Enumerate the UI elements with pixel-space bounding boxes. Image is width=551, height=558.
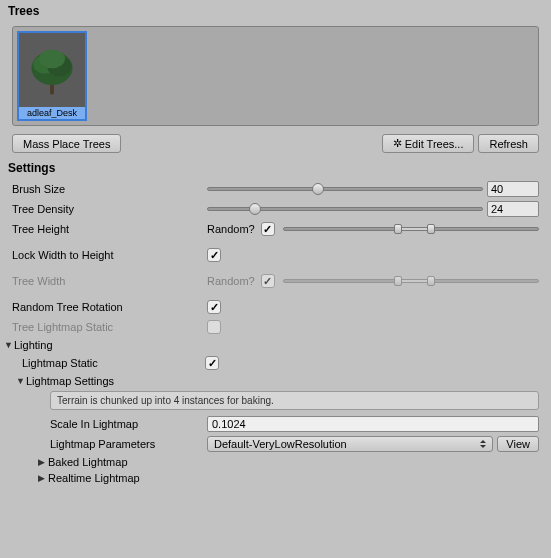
lighting-foldout[interactable]: ▼ Lighting: [0, 337, 551, 353]
baked-lightmap-foldout[interactable]: ▶ Baked Lightmap: [0, 454, 551, 470]
foldout-arrow-down-icon: ▼: [16, 376, 26, 386]
tree-thumb-selected[interactable]: adleaf_Desk: [17, 31, 87, 121]
baked-lightmap-label: Baked Lightmap: [48, 456, 128, 468]
tree-density-field[interactable]: [487, 201, 539, 217]
tree-palette[interactable]: adleaf_Desk: [12, 26, 539, 126]
random-rotation-label: Random Tree Rotation: [12, 301, 207, 313]
tree-height-range-slider[interactable]: [283, 227, 539, 231]
brush-size-slider[interactable]: [207, 187, 483, 191]
realtime-lightmap-label: Realtime Lightmap: [48, 472, 140, 484]
gear-icon: ✲: [393, 137, 402, 150]
lightmap-settings-header: Lightmap Settings: [26, 375, 114, 387]
tree-density-slider[interactable]: [207, 207, 483, 211]
tree-lightmap-static-checkbox: [207, 320, 221, 334]
settings-header: Settings: [0, 157, 551, 179]
lock-width-label: Lock Width to Height: [12, 249, 207, 261]
lightmap-static-label: Lightmap Static: [22, 357, 205, 369]
tree-lightmap-static-label: Tree Lightmap Static: [12, 321, 207, 333]
mass-place-trees-button[interactable]: Mass Place Trees: [12, 134, 121, 153]
scale-in-lightmap-label: Scale In Lightmap: [50, 418, 207, 430]
random-rotation-checkbox[interactable]: [207, 300, 221, 314]
tree-thumb-label: adleaf_Desk: [19, 107, 85, 119]
lightmap-static-checkbox[interactable]: [205, 356, 219, 370]
tree-width-random-label: Random?: [207, 275, 255, 287]
lightmap-info-box: Terrain is chunked up into 4 instances f…: [50, 391, 539, 410]
lock-width-checkbox[interactable]: [207, 248, 221, 262]
tree-width-range-slider: [283, 279, 539, 283]
lightmap-parameters-dropdown[interactable]: Default-VeryLowResolution: [207, 436, 493, 452]
tree-width-random-checkbox: [261, 274, 275, 288]
foldout-arrow-right-icon: ▶: [38, 457, 48, 467]
edit-trees-button[interactable]: ✲ Edit Trees...: [382, 134, 475, 153]
refresh-button[interactable]: Refresh: [478, 134, 539, 153]
lightmap-parameters-label: Lightmap Parameters: [50, 438, 207, 450]
svg-point-4: [39, 49, 65, 68]
tree-thumb-image: [19, 33, 85, 107]
trees-header: Trees: [0, 0, 551, 22]
tree-width-label: Tree Width: [12, 275, 207, 287]
tree-height-random-checkbox[interactable]: [261, 222, 275, 236]
edit-trees-label: Edit Trees...: [405, 138, 464, 150]
lighting-header: Lighting: [14, 339, 53, 351]
realtime-lightmap-foldout[interactable]: ▶ Realtime Lightmap: [0, 470, 551, 486]
view-button[interactable]: View: [497, 436, 539, 452]
foldout-arrow-down-icon: ▼: [4, 340, 14, 350]
brush-size-label: Brush Size: [12, 183, 207, 195]
tree-height-label: Tree Height: [12, 223, 207, 235]
brush-size-field[interactable]: [487, 181, 539, 197]
lightmap-settings-foldout[interactable]: ▼ Lightmap Settings: [0, 373, 551, 389]
tree-height-random-label: Random?: [207, 223, 255, 235]
foldout-arrow-right-icon: ▶: [38, 473, 48, 483]
tree-density-label: Tree Density: [12, 203, 207, 215]
scale-in-lightmap-field[interactable]: [207, 416, 539, 432]
